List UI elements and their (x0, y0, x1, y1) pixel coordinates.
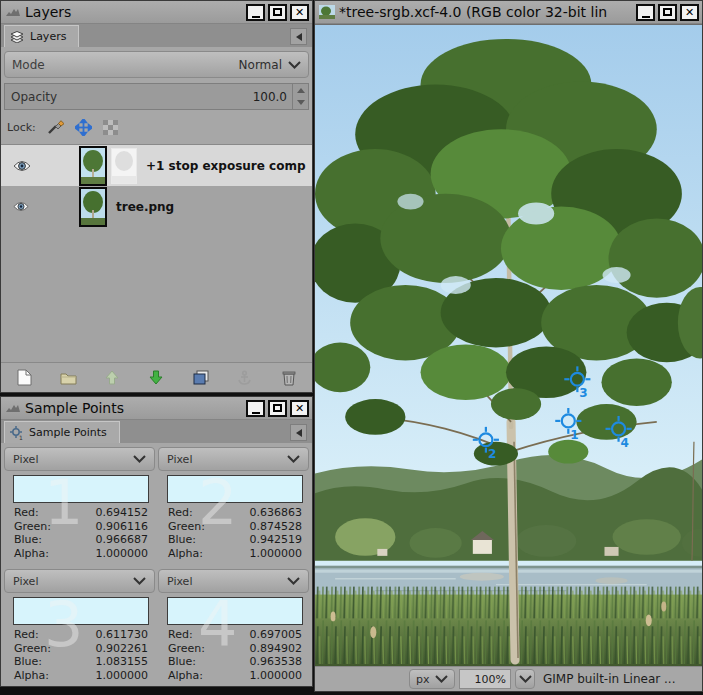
minimize-button[interactable] (246, 4, 265, 21)
layer-name: +1 stop exposure comp (146, 159, 306, 173)
image-statusbar: px 100% GIMP built-in Linear ... (315, 666, 702, 691)
anchor-layer-button[interactable] (234, 367, 256, 389)
delete-layer-button[interactable] (278, 367, 300, 389)
channel-label: Alpha: (14, 669, 49, 683)
layer-row-active[interactable]: +1 stop exposure comp (1, 145, 312, 186)
maximize-button[interactable] (268, 4, 287, 21)
channel-value: 1.083155 (96, 655, 149, 669)
sample-point-panel-2: 2 Pixel Red:0.636863 Green:0.874528 Blue… (158, 447, 309, 560)
layer-row[interactable]: tree.png (1, 186, 312, 227)
channel-value: 0.697005 (250, 628, 303, 642)
close-button[interactable]: ✕ (680, 4, 699, 21)
zoom-dropdown-button[interactable] (515, 669, 535, 689)
arrow-down-icon (149, 370, 163, 385)
marker-label: 1 (570, 428, 578, 442)
opacity-slider[interactable]: Opacity 100.0 (4, 83, 309, 110)
channel-label: Green: (14, 642, 51, 656)
gimp-desktop: Layers ✕ Layers Mode Normal (0, 0, 703, 695)
layers-titlebar[interactable]: Layers ✕ (1, 1, 312, 24)
sample-points-tabrow: 1 Sample Points (1, 420, 312, 443)
sample-points-titlebar[interactable]: Sample Points ✕ (1, 397, 312, 420)
channel-label: Green: (14, 520, 51, 534)
new-group-button[interactable] (57, 367, 79, 389)
visibility-eye-icon[interactable] (13, 160, 31, 172)
spin-up-icon[interactable] (293, 84, 308, 97)
mode-label: Mode (12, 58, 45, 72)
close-button[interactable]: ✕ (290, 400, 309, 417)
layer-mode-dropdown[interactable]: Mode Normal (4, 51, 309, 78)
close-button[interactable]: ✕ (290, 4, 309, 21)
tab-menu-button[interactable] (290, 28, 307, 45)
channel-value: 0.966687 (96, 533, 149, 547)
layer-thumbnail[interactable] (79, 187, 107, 227)
tab-layers[interactable]: Layers (4, 25, 79, 47)
channel-label: Green: (168, 642, 205, 656)
raise-layer-button[interactable] (101, 367, 123, 389)
maximize-icon (273, 8, 282, 16)
tab-sample-points[interactable]: 1 Sample Points (4, 421, 120, 443)
layer-name: tree.png (116, 200, 174, 214)
sample-point-panel-3: 3 Pixel Red:0.611730 Green:0.902261 Blue… (4, 569, 155, 682)
channel-value: 0.902261 (96, 642, 149, 656)
image-titlebar[interactable]: *tree-srgb.xcf-4.0 (RGB color 32-bit lin… (315, 1, 702, 24)
channel-value: 0.636863 (250, 506, 303, 520)
sample-point-panel-4: 4 Pixel Red:0.697005 Green:0.894902 Blue… (158, 569, 309, 682)
status-message: GIMP built-in Linear ... (543, 672, 675, 686)
unit-dropdown[interactable]: px (409, 669, 455, 689)
lock-position-move-icon[interactable] (75, 119, 92, 136)
channel-value: 0.611730 (96, 628, 149, 642)
zoom-entry[interactable]: 100% (459, 669, 511, 689)
sample-points-dialog: Sample Points ✕ 1 Sample Points (0, 396, 313, 687)
duplicate-layer-button[interactable] (190, 367, 212, 389)
lower-layer-button[interactable] (145, 367, 167, 389)
dialog-icon (5, 401, 21, 415)
channel-value: 1.000000 (250, 669, 303, 683)
maximize-icon (663, 8, 672, 16)
window-title: Sample Points (25, 400, 243, 416)
chevron-down-icon (287, 577, 300, 585)
opacity-spinner[interactable] (292, 84, 308, 109)
image-window: *tree-srgb.xcf-4.0 (RGB color 32-bit lin… (314, 0, 703, 692)
maximize-button[interactable] (658, 4, 677, 21)
channel-label: Green: (168, 520, 205, 534)
new-layer-icon (17, 369, 32, 386)
channel-value: 0.906116 (96, 520, 149, 534)
chevron-down-icon (288, 61, 301, 69)
lock-pixels-brush-icon[interactable] (47, 119, 64, 135)
window-title: Layers (25, 4, 243, 20)
channel-value: 1.000000 (96, 669, 149, 683)
maximize-icon (273, 404, 282, 412)
tab-menu-button[interactable] (290, 424, 307, 441)
channel-label: Red: (168, 506, 193, 520)
layer-thumbnail[interactable] (79, 146, 107, 186)
opacity-value: 100.0 (253, 90, 292, 104)
minimize-button[interactable] (636, 4, 655, 21)
marker-label: 4 (621, 436, 629, 450)
lock-alpha-checker-icon[interactable] (103, 120, 118, 135)
layer-mask-thumbnail[interactable] (111, 148, 137, 184)
close-icon: ✕ (685, 7, 694, 18)
channel-label: Blue: (14, 655, 42, 669)
new-layer-button[interactable] (13, 367, 35, 389)
layers-dialog: Layers ✕ Layers Mode Normal (0, 0, 313, 393)
folder-icon (60, 371, 77, 385)
lock-label: Lock: (7, 121, 36, 134)
channel-value: 0.694152 (96, 506, 149, 520)
channel-value: 0.963538 (250, 655, 303, 669)
visibility-eye-icon[interactable] (13, 201, 29, 212)
channel-label: Blue: (14, 533, 42, 547)
spin-down-icon[interactable] (293, 97, 308, 110)
image-window-icon (319, 5, 335, 19)
unit-value: px (416, 673, 430, 686)
mode-value: Normal (239, 58, 282, 72)
chevron-down-icon (133, 455, 146, 463)
minimize-icon (642, 16, 650, 18)
image-canvas[interactable]: 1 2 3 4 (315, 24, 702, 666)
anchor-icon (237, 370, 252, 386)
minimize-button[interactable] (246, 400, 265, 417)
mode-value: Pixel (167, 453, 192, 466)
arrow-up-icon (105, 370, 119, 385)
maximize-button[interactable] (268, 400, 287, 417)
channel-label: Alpha: (14, 547, 49, 561)
channel-value: 0.894902 (250, 642, 303, 656)
